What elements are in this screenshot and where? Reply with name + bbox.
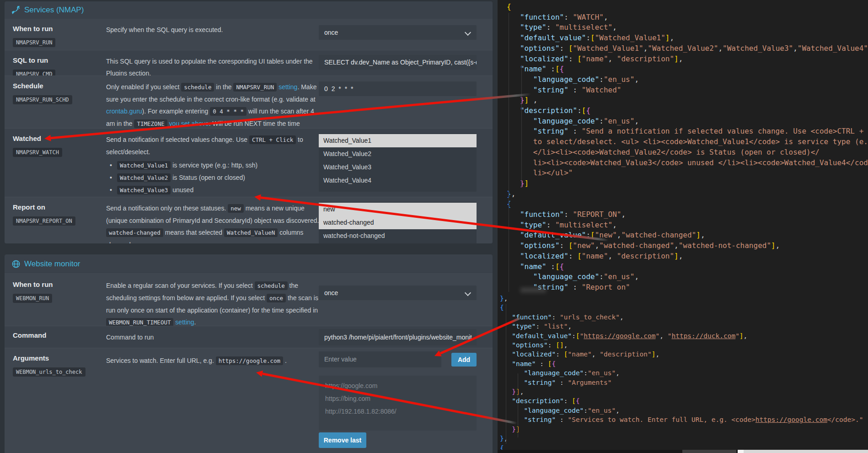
list-item: Watched_Value1 is service type (e.g.: ht… — [106, 159, 322, 172]
code-line: }] , — [507, 95, 868, 106]
scrollbar-thumb[interactable] — [682, 450, 736, 453]
setting-description: Specify when the SQL query is executed. — [106, 24, 322, 36]
code-line: "function": "WATCH", — [507, 12, 868, 23]
setting-row-webmon-run: When to run WEBMON_RUN Enable a regular … — [5, 275, 493, 326]
services-nmap-header: Services (NMAP) — [5, 1, 493, 19]
code-line: li><li><code>Watched_Value3</code> unuse… — [507, 158, 868, 168]
text-segment: . — [283, 357, 287, 364]
nmapsrv-cmd-input[interactable]: SELECT dv.dev_Name as Object_PrimaryID, … — [319, 55, 477, 70]
inline-link[interactable]: you set above — [169, 120, 209, 127]
card-title: Website monitor — [24, 259, 80, 269]
inline-code-chip: TIMEZONE — [134, 119, 167, 128]
indent-guide — [518, 373, 518, 437]
setting-description: Enable a regular scan of your services. … — [106, 280, 322, 326]
url-list[interactable]: https://google.comhttps://bing.comhttp:/… — [319, 376, 477, 431]
setting-label: Report on — [13, 203, 100, 211]
report-on-multiselect[interactable]: newwatched-changedwatched-not-changed — [319, 202, 477, 243]
multiselect-option[interactable]: Watched_Value3 — [319, 161, 477, 174]
add-button[interactable]: Add — [451, 353, 477, 367]
code-line: "function": "urls_to_check", — [500, 313, 868, 322]
text-segment: Enable a regular scan of your services. … — [106, 282, 255, 289]
inline-link[interactable]: crontab.guru — [106, 108, 142, 115]
code-line: "name" : [{ — [500, 359, 868, 368]
multiselect-option[interactable]: watched-changed — [319, 216, 477, 229]
code-line: "string" : "Send a notification if selec… — [507, 126, 868, 137]
webmon-run-select[interactable]: once — [319, 286, 477, 300]
multiselect-option[interactable]: Watched_Value4 — [319, 174, 477, 187]
setting-label: Watched — [13, 135, 100, 142]
code-line: "string" : "Watched" — [507, 85, 868, 96]
setting-description: Command to run — [106, 331, 322, 343]
website-monitor-card: Website monitor When to run WEBMON_RUN E… — [5, 254, 493, 453]
code-line: "type": "multiselect", — [507, 22, 868, 33]
text-segment: is service type (e.g.: http, ssh) — [171, 162, 257, 169]
code-line: "name" :[{ — [507, 262, 868, 272]
text-segment: Services to watch. Enter full URL, e.g. — [106, 357, 216, 364]
code-line: }], — [500, 387, 868, 396]
text-segment: Send a notification if selected values c… — [106, 136, 249, 143]
setting-label: Command — [13, 331, 100, 339]
code-line: "language_code":"en_us", — [500, 368, 868, 378]
code-line: { — [507, 199, 868, 210]
url-entry-input[interactable]: Enter value — [319, 351, 441, 367]
text-segment: unused — [171, 186, 193, 194]
code-line: "options": ["new","watched-changed","wat… — [507, 241, 868, 251]
text-segment: in the — [214, 83, 233, 91]
text-segment: Command to run — [106, 334, 154, 341]
multiselect-option[interactable]: new — [319, 203, 477, 216]
code-line: "language_code":"en_us", — [507, 75, 868, 85]
multiselect-option[interactable]: watched-not-changed — [319, 229, 477, 243]
setting-row-webmon-urls: Arguments WEBMON_urls_to_check Services … — [5, 348, 493, 453]
inline-link[interactable]: setting — [279, 83, 297, 91]
code-line: li></ul>" — [507, 168, 868, 178]
website-monitor-header: Website monitor — [5, 254, 493, 274]
multiselect-option[interactable]: Watched_Value2 — [319, 147, 477, 161]
code-line: "string" : "Services to watch. Enter ful… — [500, 415, 868, 424]
code-seam-ghost — [520, 287, 546, 293]
code-line: "options": [], — [500, 340, 868, 350]
code-line: to select/deselect. <ul> <li><code>Watch… — [507, 137, 868, 147]
inline-code-chip: schedule — [181, 83, 214, 92]
code-line: "default_value":["new","watched-changed"… — [507, 230, 868, 241]
webmon-command-input[interactable]: python3 /home/pi/pialert/front/plugins/w… — [319, 329, 477, 345]
indent-guide — [509, 13, 509, 292]
settings-page: Services (NMAP) When to run NMAPSRV_RUN … — [0, 0, 868, 453]
inline-code-chip: Watched_Value3 — [117, 186, 171, 194]
remove-last-button[interactable]: Remove last — [319, 432, 366, 448]
multiselect-option[interactable]: Watched_Value1 — [319, 134, 477, 147]
watched-multiselect[interactable]: Watched_Value1Watched_Value2Watched_Valu… — [319, 133, 477, 192]
json-code-editor: { "function": "WATCH", "type": "multisel… — [498, 0, 868, 453]
nmapsrv-run-schd-input[interactable]: 0 2 * * * — [319, 81, 477, 96]
code-line: "default_value":["Watched_Value1"], — [507, 33, 868, 43]
code-line: "language_code":"en_us", — [507, 272, 868, 282]
inline-link[interactable]: setting — [175, 318, 194, 326]
setting-description: Services to watch. Enter full URL, e.g. … — [106, 355, 322, 367]
setting-row-nmapsrv-cmd: SQL to run NMAPSRV_CMD This SQL query is… — [5, 50, 493, 76]
code-snippet-watch-reporton: { "function": "WATCH", "type": "multisel… — [498, 2, 868, 293]
nmapsrv-run-select[interactable]: once — [319, 25, 477, 40]
text-segment: Send a notification only on these status… — [106, 205, 228, 212]
inline-code-chip: watched-changed — [106, 228, 163, 237]
code-line: "options": ["Watched_Value1","Watched_Va… — [507, 43, 868, 54]
chevron-down-icon — [465, 290, 471, 296]
url-list-item: http://192.168.1.82:8086/ — [319, 405, 477, 418]
inline-code-chip: schedule — [255, 281, 288, 290]
list-item: Watched_Value3 unused — [106, 184, 322, 196]
horizontal-scrollbar — [498, 450, 868, 453]
inline-code-chip: Watched_Value2 — [117, 173, 171, 182]
inline-code-chip: Watched_ValueN — [224, 228, 278, 237]
scrollbar-segment — [738, 450, 744, 453]
setting-row-webmon-command: Command Command to run python3 /home/pi/… — [5, 326, 493, 348]
setting-key-badge: NMAPSRV_RUN — [13, 38, 55, 47]
setting-row-nmapsrv-run-schd: Schedule NMAPSRV_RUN_SCHD Only enabled i… — [5, 76, 493, 129]
list-item: Watched_Value2 is Status (open or closed… — [106, 172, 322, 184]
text-segment: ). For example entering — [142, 108, 210, 115]
url-list-item: https://google.com — [319, 379, 477, 392]
code-line: "type": "multiselect", — [507, 220, 868, 231]
inline-code-chip: https://google.com — [216, 356, 283, 365]
setting-row-nmapsrv-watch: Watched NMAPSRV_WATCH Send a notificatio… — [5, 128, 493, 197]
code-line: "description":[{ — [507, 106, 868, 116]
chevron-down-icon — [465, 29, 471, 36]
text-segment: is Status (open or closed) — [171, 174, 245, 181]
code-snippet-urls-to-check: },{ "function": "urls_to_check", "type":… — [498, 294, 868, 453]
